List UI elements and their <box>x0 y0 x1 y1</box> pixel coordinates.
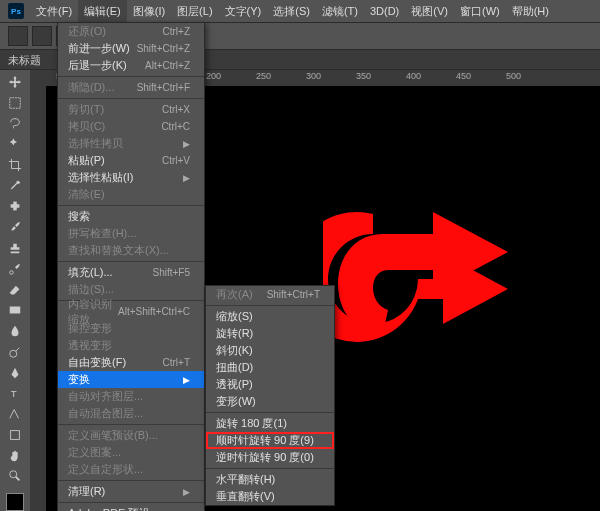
menu-image[interactable]: 图像(I) <box>127 0 171 22</box>
submenu-arrow-icon: ▶ <box>183 173 190 183</box>
menu-shortcut: Alt+Ctrl+Z <box>145 60 190 71</box>
menu-item-label: 填充(L)... <box>68 265 113 280</box>
menu-help[interactable]: 帮助(H) <box>506 0 555 22</box>
menu-item: 自动对齐图层... <box>58 388 204 405</box>
menu-item[interactable]: Adobe PDF 预设... <box>58 505 204 511</box>
menu-item-label: 垂直翻转(V) <box>216 489 275 504</box>
dodge-tool-icon[interactable] <box>4 342 26 362</box>
menu-item: 定义画笔预设(B)... <box>58 427 204 444</box>
menu-item[interactable]: 选择性粘贴(I)▶ <box>58 169 204 186</box>
menu-item[interactable]: 粘贴(P)Ctrl+V <box>58 152 204 169</box>
menu-layer[interactable]: 图层(L) <box>171 0 218 22</box>
menu-separator <box>58 480 204 481</box>
path-tool-icon[interactable] <box>4 404 26 424</box>
menu-item[interactable]: 顺时针旋转 90 度(9) <box>206 432 334 449</box>
option-icon[interactable] <box>32 26 52 46</box>
pen-tool-icon[interactable] <box>4 363 26 383</box>
menu-item: 再次(A)Shift+Ctrl+T <box>206 286 334 303</box>
menu-item: 选择性拷贝▶ <box>58 135 204 152</box>
menu-item-label: 定义图案... <box>68 445 121 460</box>
gradient-tool-icon[interactable] <box>4 300 26 320</box>
tool-preset-icon[interactable] <box>8 26 28 46</box>
menu-item[interactable]: 扭曲(D) <box>206 359 334 376</box>
menu-item[interactable]: 逆时针旋转 90 度(0) <box>206 449 334 466</box>
menu-item-label: 缩放(S) <box>216 309 253 324</box>
menu-item: 清除(E) <box>58 186 204 203</box>
menu-item-label: 旋转(R) <box>216 326 253 341</box>
menu-item[interactable]: 透视(P) <box>206 376 334 393</box>
menu-item[interactable]: 旋转(R) <box>206 325 334 342</box>
menu-filter[interactable]: 滤镜(T) <box>316 0 364 22</box>
app-icon: Ps <box>8 3 24 19</box>
history-brush-icon[interactable] <box>4 259 26 279</box>
menu-separator <box>58 424 204 425</box>
arrow-shape <box>323 204 523 364</box>
doc-title: 未标题 <box>8 54 41 66</box>
menu-item: 透视变形 <box>58 337 204 354</box>
menu-item-label: 渐隐(D)... <box>68 80 114 95</box>
menu-edit[interactable]: 编辑(E) <box>78 0 127 22</box>
menu-item: 操控变形 <box>58 320 204 337</box>
menu-window[interactable]: 窗口(W) <box>454 0 506 22</box>
menu-item[interactable]: 旋转 180 度(1) <box>206 415 334 432</box>
menu-item[interactable]: 自由变换(F)Ctrl+T <box>58 354 204 371</box>
menu-item[interactable]: 缩放(S) <box>206 308 334 325</box>
wand-tool-icon[interactable] <box>4 134 26 154</box>
menu-select[interactable]: 选择(S) <box>267 0 316 22</box>
menu-separator <box>58 502 204 503</box>
brush-tool-icon[interactable] <box>4 217 26 237</box>
type-tool-icon[interactable]: T <box>4 383 26 403</box>
menu-shortcut: Ctrl+T <box>163 357 191 368</box>
menu-item[interactable]: 后退一步(K)Alt+Ctrl+Z <box>58 57 204 74</box>
menu-item-label: 清除(E) <box>68 187 105 202</box>
menu-item[interactable]: 垂直翻转(V) <box>206 488 334 505</box>
menu-item: 拼写检查(H)... <box>58 225 204 242</box>
eraser-tool-icon[interactable] <box>4 280 26 300</box>
menu-item: 内容识别缩放Alt+Shift+Ctrl+C <box>58 303 204 320</box>
menu-item-label: 旋转 180 度(1) <box>216 416 287 431</box>
menu-item-label: 扭曲(D) <box>216 360 253 375</box>
menu-view[interactable]: 视图(V) <box>405 0 454 22</box>
menu-item-label: 描边(S)... <box>68 282 114 297</box>
hand-tool-icon[interactable] <box>4 446 26 466</box>
menu-item[interactable]: 水平翻转(H) <box>206 471 334 488</box>
svg-text:T: T <box>11 389 17 400</box>
menu-item-label: 剪切(T) <box>68 102 104 117</box>
menu-3d[interactable]: 3D(D) <box>364 0 405 22</box>
ruler-vertical <box>30 86 46 511</box>
stamp-tool-icon[interactable] <box>4 238 26 258</box>
lasso-tool-icon[interactable] <box>4 114 26 134</box>
menu-shortcut: Alt+Shift+Ctrl+C <box>118 306 190 317</box>
menu-item: 自动混合图层... <box>58 405 204 422</box>
marquee-tool-icon[interactable] <box>4 93 26 113</box>
menu-item[interactable]: 变形(W) <box>206 393 334 410</box>
menu-item: 还原(O)Ctrl+Z <box>58 23 204 40</box>
zoom-tool-icon[interactable] <box>4 467 26 487</box>
menu-item-label: 选择性拷贝 <box>68 136 123 151</box>
menu-separator <box>58 205 204 206</box>
heal-tool-icon[interactable] <box>4 197 26 217</box>
menu-item: 拷贝(C)Ctrl+C <box>58 118 204 135</box>
crop-tool-icon[interactable] <box>4 155 26 175</box>
menu-type[interactable]: 文字(Y) <box>219 0 268 22</box>
menu-item[interactable]: 清理(R)▶ <box>58 483 204 500</box>
eyedropper-tool-icon[interactable] <box>4 176 26 196</box>
move-tool-icon[interactable] <box>4 72 26 92</box>
menu-item-label: 粘贴(P) <box>68 153 105 168</box>
color-swatch[interactable] <box>6 493 24 511</box>
menu-shortcut: Shift+Ctrl+T <box>267 289 320 300</box>
menu-item-label: 选择性粘贴(I) <box>68 170 133 185</box>
menu-item-label: 定义画笔预设(B)... <box>68 428 158 443</box>
blur-tool-icon[interactable] <box>4 321 26 341</box>
menu-item: 渐隐(D)...Shift+Ctrl+F <box>58 79 204 96</box>
menu-item[interactable]: 变换▶ <box>58 371 204 388</box>
menu-file[interactable]: 文件(F) <box>30 0 78 22</box>
menu-item[interactable]: 斜切(K) <box>206 342 334 359</box>
menu-item[interactable]: 填充(L)...Shift+F5 <box>58 264 204 281</box>
menu-item[interactable]: 前进一步(W)Shift+Ctrl+Z <box>58 40 204 57</box>
menu-item[interactable]: 搜索 <box>58 208 204 225</box>
svg-point-5 <box>10 350 17 357</box>
menu-shortcut: Shift+Ctrl+Z <box>137 43 190 54</box>
menu-item-label: 清理(R) <box>68 484 105 499</box>
shape-tool-icon[interactable] <box>4 425 26 445</box>
